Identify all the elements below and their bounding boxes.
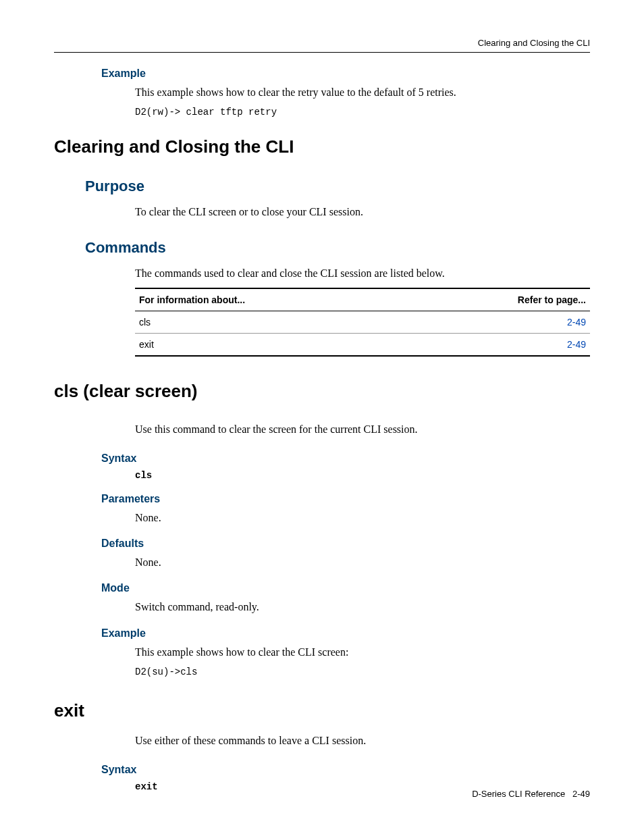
parameters-heading: Parameters <box>101 493 590 505</box>
syntax-heading: Syntax <box>101 452 590 465</box>
page-link[interactable]: 2-49 <box>567 339 586 350</box>
table-cell-page: 2-49 <box>408 334 590 357</box>
purpose-text: To clear the CLI screen or to close your… <box>135 205 590 219</box>
page-footer: D-Series CLI Reference 2-49 <box>472 789 590 799</box>
parameters-text: None. <box>135 511 590 525</box>
syntax-code: cls <box>135 470 590 481</box>
purpose-heading: Purpose <box>85 178 590 195</box>
commands-heading: Commands <box>85 239 590 257</box>
defaults-heading: Defaults <box>101 538 590 550</box>
table-cell-page: 2-49 <box>408 311 590 334</box>
table-header-col2: Refer to page... <box>408 288 590 311</box>
mode-heading: Mode <box>101 582 590 594</box>
syntax-heading: Syntax <box>101 764 590 776</box>
example-code: D2(rw)-> clear tftp retry <box>135 107 590 118</box>
mode-text: Switch command, read-only. <box>135 600 590 615</box>
exit-title: exit <box>54 700 590 721</box>
running-title: Clearing and Closing the CLI <box>478 38 590 48</box>
exit-intro: Use either of these commands to leave a … <box>135 733 590 748</box>
section-title: Clearing and Closing the CLI <box>54 136 590 157</box>
example-heading: Example <box>101 68 590 80</box>
table-row: exit 2-49 <box>135 334 590 357</box>
page-link[interactable]: 2-49 <box>567 317 586 328</box>
table-row: cls 2-49 <box>135 311 590 334</box>
table-header-row: For information about... Refer to page..… <box>135 288 590 311</box>
footer-doc: D-Series CLI Reference <box>472 789 565 799</box>
table-cell-cmd: exit <box>135 334 408 357</box>
table-cell-cmd: cls <box>135 311 408 334</box>
cls-intro: Use this command to clear the screen for… <box>135 422 590 437</box>
example-text: This example shows how to clear the retr… <box>135 85 590 100</box>
cls-title: cls (clear screen) <box>54 381 590 402</box>
commands-table: For information about... Refer to page..… <box>135 288 590 357</box>
page-header: Clearing and Closing the CLI <box>54 38 590 53</box>
defaults-text: None. <box>135 555 590 570</box>
example-code: D2(su)->cls <box>135 667 590 677</box>
footer-page: 2-49 <box>572 789 590 799</box>
example-text: This example shows how to clear the CLI … <box>135 645 590 660</box>
commands-text: The commands used to clear and close the… <box>135 266 590 281</box>
table-header-col1: For information about... <box>135 288 408 311</box>
example-heading: Example <box>101 627 590 640</box>
